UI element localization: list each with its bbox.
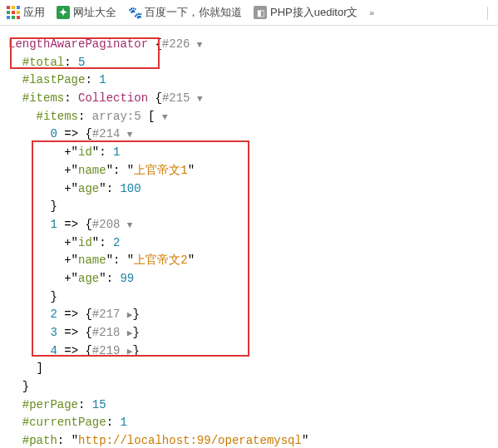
chevron-right-icon: » (369, 8, 374, 17)
php-icon: ◧ (254, 6, 267, 19)
bookmark-item-3[interactable]: ◧ PHP接入ueditor文 (254, 5, 357, 20)
dump-pre: LengthAwarePaginator {#226 ▼ #total: 5 #… (8, 36, 490, 448)
bookmark-label: PHP接入ueditor文 (270, 5, 357, 20)
bookmark-item-2[interactable]: 🐾 百度一下，你就知道 (128, 5, 242, 20)
baidu-paw-icon: 🐾 (128, 6, 141, 19)
bookmark-item-1[interactable]: ✦ 网址大全 (57, 5, 116, 20)
bookmark-label: 百度一下，你就知道 (145, 5, 242, 20)
apps-label: 应用 (23, 5, 45, 20)
bookmark-label: 网址大全 (73, 5, 116, 20)
apps-button[interactable]: 应用 (7, 5, 45, 20)
separator-icon: │ (485, 7, 491, 19)
bookmarks-menu[interactable]: │ (485, 7, 491, 19)
favicon-icon: ✦ (57, 6, 70, 19)
bookmarks-bar: 应用 ✦ 网址大全 🐾 百度一下，你就知道 ◧ PHP接入ueditor文 » … (0, 0, 498, 26)
bookmarks-overflow[interactable]: » (369, 8, 374, 17)
apps-grid-icon (7, 6, 20, 19)
var-dump-output: LengthAwarePaginator {#226 ▼ #total: 5 #… (0, 26, 498, 448)
